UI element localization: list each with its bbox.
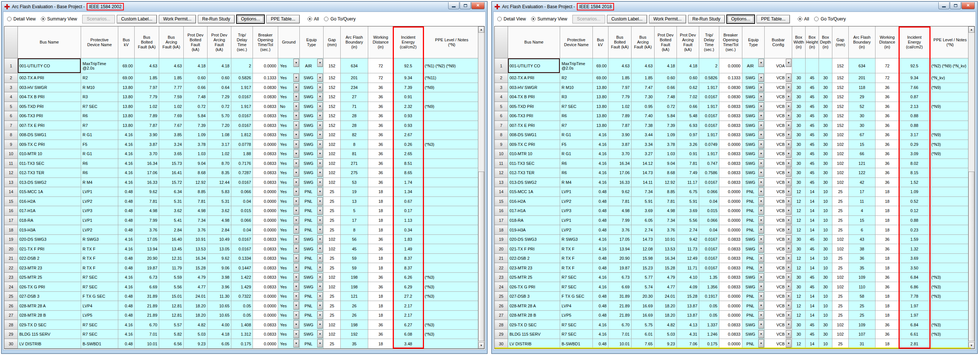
cell-brk[interactable]: 0.0833	[719, 235, 742, 245]
cell-bus_bolt[interactable]: 19.87	[608, 263, 632, 273]
chevron-down-icon[interactable]: ▼	[786, 188, 791, 196]
cell-ppe[interactable]	[930, 121, 971, 131]
cell-equip[interactable]: SWG▼	[742, 140, 765, 150]
cell-ppe[interactable]: (*N1) (*N2) (*N9)	[423, 59, 480, 73]
cell-prot_dev[interactable]: R TX F	[560, 263, 593, 273]
cell-brk[interactable]: 0.0833	[719, 121, 742, 131]
cell-wd[interactable]: 36	[368, 282, 393, 292]
cell-prot_dev[interactable]: R2	[560, 73, 593, 83]
cell-boxh[interactable]: 45	[806, 168, 819, 178]
cell-bus_name[interactable]: 007-TX E PRI	[18, 121, 81, 131]
cell-pd_arc[interactable]: 10.49	[208, 235, 231, 245]
chevron-down-icon[interactable]: ▼	[293, 93, 299, 101]
cell-pd_arc[interactable]: 3.98	[208, 273, 231, 282]
cell-brk[interactable]: 0.1333	[719, 73, 742, 83]
cell-boxd[interactable]: 30	[819, 102, 832, 111]
cell-pd_bolt[interactable]: 9.23	[184, 339, 208, 349]
cell-bus_arc[interactable]: 3.24	[159, 140, 184, 150]
cell-equip[interactable]: PNL▼	[742, 301, 765, 311]
cell-boxd[interactable]: 30	[819, 178, 832, 188]
cell-busbar[interactable]: VCB▼	[765, 216, 792, 226]
cell-bus_arc[interactable]: 7.47	[632, 83, 655, 93]
cell-brk[interactable]: 0.0000	[719, 301, 742, 311]
cell-boxw[interactable]: 12	[792, 254, 806, 263]
chevron-down-icon[interactable]: ▼	[758, 254, 764, 262]
cell-bus_name[interactable]: 010-MTR 10	[508, 149, 560, 159]
cell-ie[interactable]: 3.48	[393, 339, 423, 349]
cell-prot_dev[interactable]: R2	[81, 73, 118, 83]
cell-prot_dev[interactable]: R G1	[81, 149, 118, 159]
chevron-down-icon[interactable]: ▼	[293, 59, 299, 67]
row-number-cell[interactable]: 19	[5, 235, 18, 245]
cell-bus_arc[interactable]: 13.45	[159, 244, 184, 254]
chevron-down-icon[interactable]: ▼	[317, 102, 323, 110]
cell-wd[interactable]: 36	[368, 130, 393, 140]
cell-kv[interactable]: 0.48	[118, 225, 135, 235]
cell-trip[interactable]: 2	[231, 59, 253, 73]
chevron-down-icon[interactable]: ▼	[317, 188, 323, 196]
cell-trip[interactable]: 0.0749	[699, 140, 719, 150]
cell-afb[interactable]: 59	[340, 263, 368, 273]
cell-pd_bolt[interactable]: 18.20	[184, 311, 208, 320]
cell-ie[interactable]: 6.29	[393, 282, 423, 292]
chevron-down-icon[interactable]: ▼	[293, 140, 299, 148]
cell-wd[interactable]: 18	[368, 292, 393, 301]
cell-pd_arc[interactable]: 4.00	[208, 320, 231, 330]
cell-pd_bolt[interactable]: 5.03	[184, 330, 208, 339]
cell-gap[interactable]: 152	[324, 83, 340, 93]
cell-afb[interactable]: 5	[340, 206, 368, 216]
cell-trip[interactable]: 1.88	[231, 149, 253, 159]
row-number-cell[interactable]: 29	[495, 330, 508, 339]
cell-ie[interactable]: 2.32	[393, 102, 423, 111]
cell-boxw[interactable]: 30	[792, 273, 806, 282]
cell-wd[interactable]: 36	[368, 102, 393, 111]
cell-wd[interactable]: 72	[368, 73, 393, 83]
cell-prot_dev[interactable]: R M4	[560, 178, 593, 188]
cell-kv[interactable]: 0.48	[118, 263, 135, 273]
cell-wd[interactable]: 36	[368, 111, 393, 121]
cell-prot_dev[interactable]: R7 SEC	[81, 273, 118, 282]
cell-gap[interactable]: 102	[324, 244, 340, 254]
cell-equip[interactable]: PNL▼	[300, 311, 324, 320]
chevron-down-icon[interactable]: ▼	[758, 59, 764, 67]
cell-gap[interactable]: 25	[832, 206, 849, 216]
cell-bus_name[interactable]: 029-TX D SEC	[18, 320, 81, 330]
cell-kv[interactable]: 13.80	[118, 111, 135, 121]
radio-all[interactable]: All	[798, 16, 809, 22]
cell-brk[interactable]: 0.0833	[253, 282, 278, 292]
close-button[interactable]: ✕	[471, 2, 485, 9]
cell-trip[interactable]: 0.5826	[699, 73, 719, 83]
cell-bus_name[interactable]: 023-MTR 23	[18, 263, 81, 273]
cell-equip[interactable]: SWG▼	[300, 130, 324, 140]
cell-ppe[interactable]: (*N3)	[423, 330, 480, 339]
cell-gap[interactable]: 25	[832, 216, 849, 226]
cell-wd[interactable]: 18	[368, 254, 393, 263]
cell-pd_bolt[interactable]: 4.79	[655, 273, 677, 282]
cell-pd_bolt[interactable]: 15.28	[655, 263, 677, 273]
cell-brk[interactable]: 0.0833	[253, 121, 278, 131]
cell-afb[interactable]: 36	[849, 254, 875, 263]
cell-kv[interactable]: 0.48	[118, 339, 135, 349]
cell-ie[interactable]: 0.93	[393, 121, 423, 131]
cell-prot_dev[interactable]: R7 SEC	[560, 320, 593, 330]
cell-bus_name[interactable]: 028-MTR 28 B	[18, 311, 81, 320]
cell-ground[interactable]: Yes▼	[278, 339, 300, 349]
cell-ground[interactable]: Yes▼	[278, 73, 300, 83]
cell-wd[interactable]: 36	[368, 121, 393, 131]
cell-ppe[interactable]: (*N3)	[423, 140, 480, 150]
cell-brk[interactable]: 0.0833	[253, 320, 278, 330]
cell-bus_bolt[interactable]: 4.63	[135, 59, 159, 73]
cell-wd[interactable]: 72	[875, 73, 899, 83]
cell-bus_arc[interactable]: 6.01	[632, 330, 655, 339]
radio-detail-view[interactable]: Detail View	[7, 16, 36, 22]
cell-bus_arc[interactable]: 7.30	[632, 92, 655, 102]
cell-bus_bolt[interactable]: 7.01	[608, 330, 632, 339]
cell-kv[interactable]: 13.80	[593, 102, 608, 111]
cell-bus_name[interactable]: 017-H1A	[508, 206, 560, 216]
cell-pd_arc[interactable]: 7.29	[208, 92, 231, 102]
cell-bus_bolt[interactable]: 3.90	[608, 130, 632, 140]
cell-gap[interactable]: 25	[324, 187, 340, 197]
cell-bus_arc[interactable]: 15.98	[632, 254, 655, 263]
cell-ground[interactable]: Yes▼	[278, 130, 300, 140]
cell-wd[interactable]: 36	[875, 244, 899, 254]
